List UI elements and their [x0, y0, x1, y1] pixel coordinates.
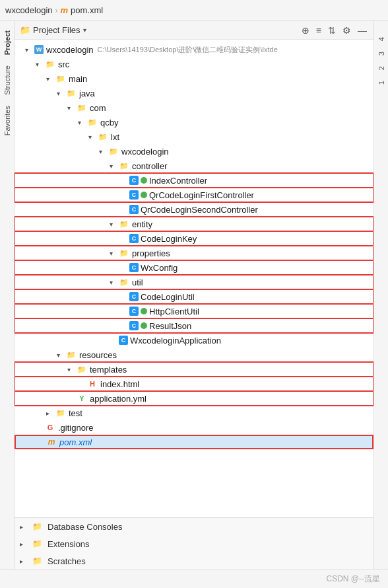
- sort-icon[interactable]: ≡: [315, 24, 323, 37]
- tree-item-src[interactable]: 📁 src: [15, 57, 373, 71]
- arrow-root: [25, 46, 34, 54]
- tree-item-main[interactable]: 📁 main: [15, 71, 373, 86]
- class-icon-code-login-util: C: [129, 292, 139, 301]
- folder-test-icon: 📁: [55, 408, 66, 418]
- status-bar: CSDN @--流星: [0, 570, 388, 588]
- leaf-badge-result: [141, 322, 147, 329]
- side-tab-project[interactable]: Project: [2, 28, 13, 57]
- project-name: wxcodelogin: [5, 5, 53, 15]
- arrow-util: [110, 279, 119, 286]
- tree-item-entity[interactable]: 📁 entity: [15, 217, 373, 231]
- bottom-panel-extensions[interactable]: ▸ 📁 Extensions: [15, 535, 373, 552]
- tree-item-wxcodelogin-pkg[interactable]: 📁 wxcodelogin: [15, 144, 373, 159]
- extensions-label: Extensions: [48, 539, 90, 549]
- templates-label: templates: [90, 365, 127, 375]
- scratches-label: Scratches: [48, 556, 86, 566]
- wxcodelogin-app-label: WxcodeloginApplication: [130, 336, 221, 346]
- qrcode-second-label: QrCodeLoginSecondController: [141, 205, 258, 215]
- right-tab-1[interactable]: 4: [376, 34, 387, 44]
- database-consoles-label: Database Consoles: [48, 522, 122, 532]
- arrow-resources: [57, 351, 66, 359]
- right-tab-3[interactable]: 2: [376, 63, 387, 73]
- index-html-label: index.html: [100, 379, 139, 389]
- bottom-panel-scratches[interactable]: ▸ 📁 Scratches: [15, 552, 373, 570]
- tree-item-test[interactable]: 📁 test: [15, 406, 373, 420]
- test-label: test: [69, 408, 82, 418]
- tree-item-util[interactable]: 📁 util: [15, 275, 373, 289]
- folder-properties-icon: 📁: [119, 248, 129, 258]
- folder-lxt-icon: 📁: [98, 131, 108, 142]
- class-icon-qrcode-first: C: [129, 190, 139, 200]
- side-tab-favorites[interactable]: Favorites: [2, 103, 13, 138]
- xml-icon: m: [46, 437, 57, 447]
- tree-item-java[interactable]: 📁 java: [15, 86, 373, 100]
- file-icon: m: [61, 5, 69, 15]
- tree-item-wxcodelogin-app[interactable]: C WxcodeloginApplication: [15, 333, 373, 348]
- tree-item-templates[interactable]: 📁 templates: [15, 362, 373, 377]
- expand-scratches-icon: ▸: [20, 558, 29, 565]
- right-tab-4[interactable]: 1: [376, 78, 387, 87]
- controller-label: controller: [132, 161, 167, 171]
- bottom-panel: ▸ 📁 Database Consoles ▸ 📁 Extensions ▸ 📁…: [15, 517, 373, 570]
- html-icon: H: [87, 379, 98, 389]
- class-icon-code-login-key: C: [129, 234, 139, 243]
- folder-controller-icon: 📁: [119, 161, 129, 171]
- side-tab-structure[interactable]: Structure: [2, 63, 13, 98]
- arrow-src: [36, 61, 45, 68]
- tree-item-index-html[interactable]: H index.html: [15, 377, 373, 391]
- right-tab-2[interactable]: 3: [376, 49, 387, 58]
- minimize-icon[interactable]: —: [356, 24, 368, 37]
- qcby-label: qcby: [100, 118, 118, 128]
- breadcrumb-sep: ›: [55, 6, 58, 15]
- tree-item-properties[interactable]: 📁 properties: [15, 246, 373, 260]
- class-icon-http-client-util: C: [129, 307, 139, 316]
- project-icon: W: [34, 45, 44, 54]
- tree-item-qrcode-second[interactable]: C QrCodeLoginSecondController: [15, 202, 373, 217]
- class-icon-wx-config: C: [129, 263, 139, 272]
- arrow-main: [46, 75, 55, 83]
- arrow-com: [67, 104, 77, 112]
- folder-wxcodelogin-pkg-icon: 📁: [108, 146, 119, 157]
- arrow-test: [46, 410, 55, 417]
- tree-panel: W wxcodelogin C:\Users\14193\Desktop\进阶\…: [15, 40, 373, 517]
- class-icon-wxcodelogin-app: C: [119, 336, 128, 345]
- toolbar-title: Project Files: [33, 25, 81, 35]
- arrow-lxt: [88, 133, 98, 141]
- tree-item-resources[interactable]: 📁 resources: [15, 348, 373, 362]
- bottom-panel-database-consoles[interactable]: ▸ 📁 Database Consoles: [15, 518, 373, 535]
- tree-item-code-login-util[interactable]: C CodeLoginUtil: [15, 289, 373, 304]
- code-login-util-label: CodeLoginUtil: [141, 292, 195, 302]
- folder-main-icon: 📁: [55, 73, 66, 84]
- folder-entity-icon: 📁: [119, 219, 129, 229]
- tree-item-qrcode-first[interactable]: C QrCodeLoginFirstController: [15, 188, 373, 202]
- tree-item-lxt[interactable]: 📁 lxt: [15, 129, 373, 144]
- tree-item-gitignore[interactable]: G .gitignore: [15, 420, 373, 435]
- tree-item-controller[interactable]: 📁 controller: [15, 159, 373, 173]
- expand-icon[interactable]: ⇅: [327, 24, 337, 37]
- application-yml-label: application.yml: [90, 394, 146, 404]
- tree-item-com[interactable]: 📁 com: [15, 100, 373, 115]
- tree-item-http-client-util[interactable]: C HttpClientUtil: [15, 304, 373, 318]
- folder-src-icon: 📁: [45, 59, 55, 69]
- util-label: util: [132, 277, 143, 287]
- file-name: pom.xml: [71, 5, 103, 15]
- tree-item-result-json[interactable]: C ResultJson: [15, 318, 373, 333]
- http-client-util-label: HttpClientUtil: [149, 307, 199, 316]
- tree-item-code-login-key[interactable]: C CodeLoginKey: [15, 231, 373, 246]
- gitignore-label: .gitignore: [58, 423, 93, 433]
- dropdown-arrow[interactable]: ▾: [83, 26, 86, 34]
- locate-icon[interactable]: ⊕: [300, 24, 311, 37]
- arrow-templates: [67, 366, 77, 373]
- settings-icon[interactable]: ⚙: [341, 24, 352, 37]
- pom-xml-label: pom.xml: [59, 437, 92, 447]
- tree-item-wx-config[interactable]: C WxConfig: [15, 260, 373, 275]
- tree-item-qcby[interactable]: 📁 qcby: [15, 115, 373, 129]
- tree-item-index-controller[interactable]: C IndexController: [15, 173, 373, 188]
- title-bar: wxcodelogin › m pom.xml: [0, 0, 388, 21]
- scratches-icon: 📁: [32, 556, 42, 566]
- expand-database-icon: ▸: [20, 523, 29, 531]
- tree-item-application-yml[interactable]: Y application.yml: [15, 391, 373, 406]
- class-icon-result-json: C: [129, 321, 139, 330]
- tree-item-root[interactable]: W wxcodelogin C:\Users\14193\Desktop\进阶\…: [15, 42, 373, 57]
- tree-item-pom-xml[interactable]: m pom.xml: [15, 435, 373, 449]
